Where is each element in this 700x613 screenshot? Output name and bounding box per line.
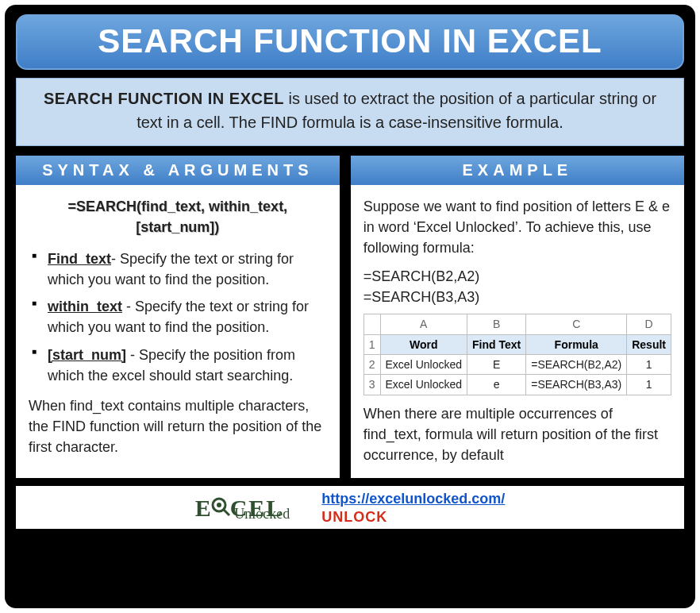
arg-name: Find_text: [48, 251, 111, 267]
arg-name: within_text: [48, 299, 122, 314]
example-formulas: =SEARCH(B2,A2) =SEARCH(B3,A3): [363, 266, 671, 307]
unlock-label: UNLOCK: [321, 509, 505, 526]
logo-subtext: Unlocked: [234, 506, 290, 522]
page-title: SEARCH FUNCTION IN EXCEL: [17, 22, 683, 60]
table-row: 2 Excel Unlocked E =SEARCH(B2,A2) 1: [363, 355, 671, 375]
cell-formula: =SEARCH(B2,A2): [526, 355, 627, 375]
example-heading: EXAMPLE: [351, 156, 684, 185]
syntax-panel: SYNTAX & ARGUMENTS =SEARCH(find_text, wi…: [16, 156, 340, 478]
cell-find: e: [467, 375, 526, 395]
syntax-body: =SEARCH(find_text, within_text, [start_n…: [16, 185, 340, 478]
col-header: D: [627, 314, 671, 334]
document-card: SEARCH FUNCTION IN EXCEL SEARCH FUNCTION…: [5, 5, 695, 608]
example-body: Suppose we want to find position of lett…: [351, 185, 684, 478]
syntax-heading: SYNTAX & ARGUMENTS: [16, 156, 340, 185]
list-item: [start_num] - Specify the position from …: [32, 345, 327, 386]
col-header: C: [526, 314, 627, 334]
cell-formula: =SEARCH(B3,A3): [526, 375, 627, 395]
description-box: SEARCH FUNCTION IN EXCEL is used to extr…: [16, 78, 684, 146]
example-formula-1: =SEARCH(B2,A2): [363, 266, 671, 287]
site-link[interactable]: https://excelunlocked.com/: [321, 491, 505, 507]
row-header: 3: [363, 375, 380, 395]
description-lead: SEARCH FUNCTION IN EXCEL: [44, 90, 284, 107]
example-formula-2: =SEARCH(B3,A3): [363, 287, 671, 307]
header-cell: Word: [380, 334, 467, 354]
footer-links: https://excelunlocked.com/ UNLOCK: [321, 491, 505, 526]
cell-result: 1: [627, 355, 671, 375]
row-header: 2: [363, 355, 380, 375]
header-cell: Find Text: [467, 334, 526, 354]
cell-find: E: [467, 355, 526, 375]
row-header: 1: [363, 334, 380, 354]
list-item: Find_text- Specify the text or string fo…: [32, 249, 327, 290]
svg-line-1: [223, 509, 229, 515]
list-item: within_text - Specify the text or string…: [32, 296, 327, 337]
header-cell: Formula: [526, 334, 627, 354]
col-header: A: [380, 314, 467, 334]
header-cell: Result: [627, 334, 671, 354]
table-row: 3 Excel Unlocked e =SEARCH(B3,A3) 1: [363, 375, 671, 395]
svg-point-2: [217, 503, 221, 507]
cell-word: Excel Unlocked: [380, 355, 467, 375]
cell-result: 1: [627, 375, 671, 395]
columns: SYNTAX & ARGUMENTS =SEARCH(find_text, wi…: [16, 156, 684, 478]
table-row: 1 Word Find Text Formula Result: [363, 334, 671, 354]
excel-table-wrap: A B C D 1 Word Find Text Formula Result: [363, 314, 671, 395]
logo: ECEL Unlocked: [195, 495, 290, 522]
example-intro: Suppose we want to find position of lett…: [363, 196, 671, 258]
title-bar: SEARCH FUNCTION IN EXCEL: [16, 14, 684, 70]
footer: ECEL Unlocked https://excelunlocked.com/…: [16, 486, 684, 529]
cell-word: Excel Unlocked: [380, 375, 467, 395]
col-header: B: [467, 314, 526, 334]
excel-table: A B C D 1 Word Find Text Formula Result: [363, 314, 671, 395]
magnifier-icon: [211, 497, 232, 518]
arg-name: [start_num]: [48, 347, 126, 363]
corner-cell: [363, 314, 380, 334]
table-row: A B C D: [363, 314, 671, 334]
syntax-formula: =SEARCH(find_text, within_text, [start_n…: [29, 196, 327, 237]
example-outro: When there are multiple occurrences of f…: [363, 403, 671, 465]
argument-list: Find_text- Specify the text or string fo…: [32, 249, 327, 386]
syntax-note: When find_text contains multiple charact…: [29, 395, 327, 457]
example-panel: EXAMPLE Suppose we want to find position…: [351, 156, 684, 478]
